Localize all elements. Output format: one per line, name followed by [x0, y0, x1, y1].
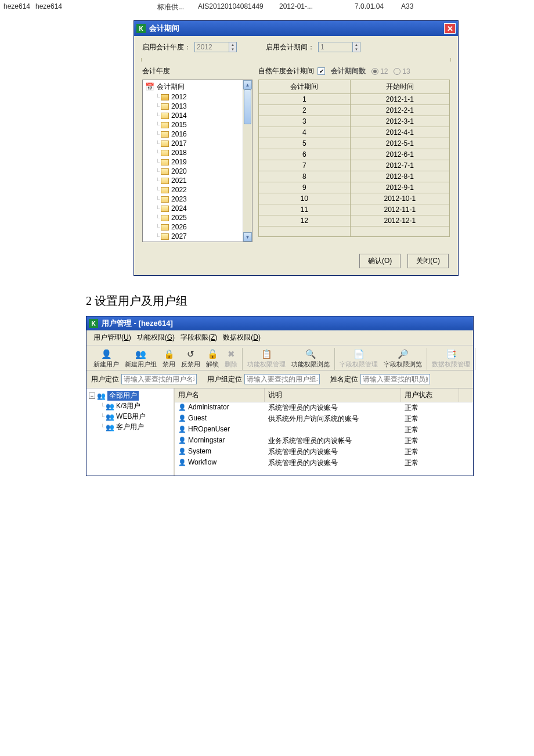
natural-year-checkbox[interactable]: ✔: [317, 67, 325, 75]
tree-year-item[interactable]: └2028: [144, 241, 241, 242]
user-name: Morningstar: [188, 436, 225, 444]
func-browse-button[interactable]: 🔍功能权限浏览: [288, 348, 333, 370]
tree-year-item[interactable]: └2023: [144, 195, 241, 204]
header-username[interactable]: 用户名: [175, 388, 265, 402]
chevron-up-icon[interactable]: ▲: [229, 42, 236, 47]
ok-button[interactable]: 确认(O): [359, 254, 400, 268]
table-row[interactable]: 102012-10-1: [259, 193, 450, 204]
table-row[interactable]: 112012-11-1: [259, 204, 450, 215]
table-row[interactable]: 12012-1-1: [259, 94, 450, 105]
tree-root-allusers[interactable]: − 👥 全部用户: [89, 391, 171, 401]
enable-period-spinner[interactable]: ▲ ▼: [318, 42, 360, 52]
grid-top-row: heze614 heze614 标准供... AIS20120104081449…: [0, 0, 534, 15]
tree-year-item[interactable]: └2025: [144, 213, 241, 222]
group-locate-input[interactable]: [244, 374, 320, 384]
chevron-up-icon[interactable]: ▲: [353, 42, 360, 47]
scroll-track[interactable]: [243, 89, 252, 232]
window-titlebar[interactable]: K 用户管理 - [heze614]: [86, 316, 473, 330]
tree-year-item[interactable]: └2014: [144, 111, 241, 120]
new-user-button[interactable]: 👤新建用户: [91, 348, 122, 370]
chevron-down-icon[interactable]: ▼: [229, 47, 236, 52]
data-mgmt-button[interactable]: 📑数据权限管理: [429, 348, 473, 370]
table-row[interactable]: 42012-4-1: [259, 127, 450, 138]
table-header-period[interactable]: 会计期间: [259, 80, 351, 94]
user-row[interactable]: 👤Morningstar业务系统管理员的内设帐号正常: [175, 435, 473, 447]
spinner-buttons[interactable]: ▲ ▼: [352, 42, 360, 52]
scroll-down-icon[interactable]: ▼: [243, 232, 252, 242]
tree-year-item[interactable]: └2022: [144, 185, 241, 195]
tree-year-item[interactable]: └2017: [144, 139, 241, 148]
unlock-button[interactable]: 🔓解锁: [203, 348, 222, 370]
user-row[interactable]: 👤HROpenUser正常: [175, 424, 473, 435]
year-label: 2022: [171, 186, 187, 194]
disable-button[interactable]: 🔒禁用: [160, 348, 178, 370]
enable-year-spinner[interactable]: ▲ ▼: [194, 42, 237, 52]
user-locate-label: 用户定位: [91, 375, 119, 384]
tree-year-item[interactable]: └2020: [144, 167, 241, 176]
connector-icon: └: [156, 159, 160, 165]
new-group-button[interactable]: 👥新建用户组: [122, 348, 160, 370]
year-label: 2020: [171, 167, 187, 175]
name-locate-input[interactable]: [360, 374, 430, 384]
tree-year-item[interactable]: └2012: [144, 92, 241, 102]
table-row[interactable]: 122012-12-1: [259, 215, 450, 226]
user-row[interactable]: 👤System系统管理员的内设账号正常: [175, 447, 473, 458]
user-row[interactable]: 👤Workflow系统管理员的内设账号正常: [175, 458, 473, 469]
tree-year-item[interactable]: └2015: [144, 120, 241, 129]
table-row[interactable]: 92012-9-1: [259, 182, 450, 193]
dialog-titlebar[interactable]: K 会计期间 ✕: [134, 21, 458, 36]
menu-item[interactable]: 字段权限(Z): [178, 332, 219, 343]
table-row[interactable]: 32012-3-1: [259, 116, 450, 127]
func-mgmt-button[interactable]: 📋功能权限管理: [244, 348, 288, 370]
menu-item[interactable]: 功能权限(G): [135, 332, 177, 343]
table-row[interactable]: 72012-7-1: [259, 160, 450, 171]
user-row[interactable]: 👤Administrator系统管理员的内设账号正常: [175, 402, 473, 413]
enable-button[interactable]: ↺反禁用: [178, 348, 203, 370]
folder-icon: [161, 206, 169, 212]
tree-year-item[interactable]: └2026: [144, 222, 241, 232]
table-header-startdate[interactable]: 开始时间: [350, 80, 449, 94]
scrollbar[interactable]: ▲ ▼: [243, 80, 252, 242]
name-locate-label: 姓名定位: [330, 375, 358, 384]
connector-icon: └: [156, 94, 160, 100]
tree-year-item[interactable]: └2021: [144, 176, 241, 185]
tree-year-item[interactable]: └2016: [144, 129, 241, 139]
chevron-down-icon[interactable]: ▼: [353, 47, 360, 52]
tree-year-item[interactable]: └2024: [144, 204, 241, 213]
tree-year-item[interactable]: └2019: [144, 157, 241, 167]
scroll-up-icon[interactable]: ▲: [243, 80, 252, 89]
menu-item[interactable]: 用户管理(U): [91, 332, 134, 343]
menu-item[interactable]: 数据权限(D): [221, 332, 263, 343]
radio-12[interactable]: 12: [371, 67, 388, 75]
user-locate-input[interactable]: [121, 374, 197, 384]
delete-button[interactable]: ✖删除: [222, 348, 240, 370]
user-row[interactable]: 👤Guest供系统外用户访问系统的账号正常: [175, 413, 473, 424]
field-browse-button[interactable]: 🔎字段权限浏览: [381, 348, 425, 370]
table-row[interactable]: 22012-2-1: [259, 105, 450, 116]
tree-child-item[interactable]: └👥客户用户: [89, 422, 171, 432]
header-desc[interactable]: 说明: [265, 388, 401, 402]
tree-root[interactable]: 📅 会计期间: [144, 81, 241, 92]
tree-year-item[interactable]: └2027: [144, 232, 241, 241]
table-row[interactable]: 52012-5-1: [259, 138, 450, 149]
connector-icon: └: [156, 215, 160, 221]
connector-icon: └: [156, 206, 160, 212]
tree-year-item[interactable]: └2018: [144, 148, 241, 157]
tree-year-item[interactable]: └2013: [144, 102, 241, 111]
table-row[interactable]: 62012-6-1: [259, 149, 450, 160]
tree-child-item[interactable]: └👥K/3用户: [89, 401, 171, 411]
user-status: 正常: [401, 458, 459, 469]
field-mgmt-button[interactable]: 📄字段权限管理: [337, 348, 381, 370]
scroll-thumb[interactable]: [244, 89, 251, 124]
section-heading: 2 设置用户及用户组: [86, 293, 534, 309]
close-button[interactable]: 关闭(C): [407, 254, 449, 268]
header-status[interactable]: 用户状态: [401, 388, 459, 402]
spinner-buttons[interactable]: ▲ ▼: [229, 42, 237, 52]
radio-13[interactable]: 13: [394, 67, 410, 75]
collapse-icon[interactable]: −: [89, 393, 95, 399]
close-icon[interactable]: ✕: [444, 23, 456, 34]
tree-child-item[interactable]: └👥WEB用户: [89, 412, 171, 422]
table-row[interactable]: 82012-8-1: [259, 171, 450, 182]
enable-year-input[interactable]: [194, 42, 229, 52]
enable-period-input[interactable]: [318, 42, 353, 52]
